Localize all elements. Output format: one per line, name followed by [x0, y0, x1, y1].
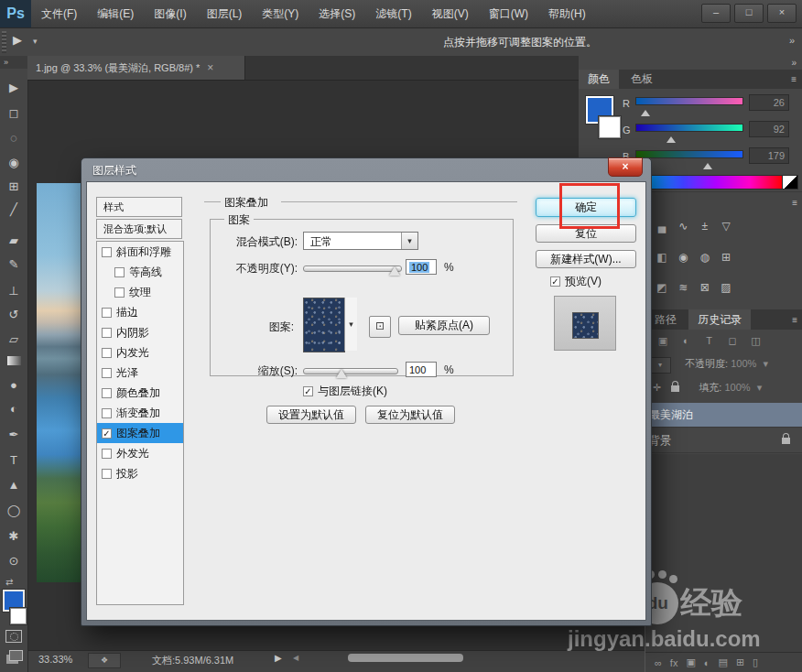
blend-mode-dropdown[interactable]: ▾	[649, 357, 671, 374]
channel-g-value[interactable]: 92	[749, 121, 789, 137]
photo-filter-adjustment-icon[interactable]: ◉	[674, 251, 692, 264]
rectangular-marquee-tool[interactable]: ◻	[0, 102, 27, 124]
style-item-contour[interactable]: 等高线	[97, 262, 183, 282]
history-panel-menu-icon[interactable]: ≡	[792, 315, 797, 325]
channel-g-slider[interactable]	[635, 124, 743, 132]
channel-b-thumb[interactable]	[703, 158, 712, 169]
link-with-layer-checkbox[interactable]: ✓	[303, 386, 313, 396]
satin-checkbox[interactable]	[102, 368, 112, 378]
tab-close-icon[interactable]: ×	[207, 61, 213, 74]
curves-adjustment-icon[interactable]: ∿	[674, 220, 692, 233]
tab-swatches[interactable]: 色板	[622, 70, 662, 89]
quick-selection-tool[interactable]: ◉	[0, 151, 27, 173]
gradient-tool[interactable]	[0, 350, 27, 372]
zoom-level[interactable]: 33.33%	[38, 654, 72, 665]
preview-row[interactable]: ✓ 预览(V)	[550, 274, 602, 289]
inner-shadow-checkbox[interactable]	[102, 328, 112, 338]
menu-edit[interactable]: 编辑(E)	[87, 0, 144, 27]
history-brush-tool[interactable]: ↺	[0, 303, 27, 325]
lasso-tool[interactable]: ◌	[0, 126, 27, 148]
menu-view[interactable]: 视图(V)	[422, 0, 479, 27]
menu-layer[interactable]: 图层(L)	[197, 0, 253, 27]
vibrance-adjustment-icon[interactable]: ▽	[717, 220, 735, 233]
type-tool[interactable]: T	[0, 449, 27, 471]
layer-row-current[interactable]: 最美湖泊	[645, 403, 802, 428]
maximize-button[interactable]: □	[734, 4, 764, 23]
status-options-icon[interactable]: ❖	[88, 653, 121, 668]
styles-header[interactable]: 样式	[96, 197, 182, 217]
pattern-swatch[interactable]	[303, 298, 345, 352]
menu-help[interactable]: 帮助(H)	[538, 0, 596, 27]
style-item-inner-shadow[interactable]: 内阴影	[97, 322, 183, 342]
stroke-checkbox[interactable]	[102, 308, 112, 318]
menu-type[interactable]: 类型(Y)	[252, 0, 309, 27]
inner-glow-checkbox[interactable]	[102, 348, 112, 358]
preview-checkbox[interactable]: ✓	[550, 276, 560, 287]
tab-color[interactable]: 颜色	[579, 70, 619, 89]
filter-pixel-layers-icon[interactable]: ▣	[653, 335, 673, 347]
tool-preset-dropdown-icon[interactable]: ▾	[33, 37, 38, 46]
link-with-layer-row[interactable]: ✓ 与图层链接(K)	[303, 384, 387, 399]
brush-tool[interactable]: ✎	[0, 253, 27, 275]
scale-input[interactable]: 100	[406, 362, 437, 377]
style-item-pattern-overlay[interactable]: ✓图案叠加	[97, 423, 183, 443]
bevel-emboss-checkbox[interactable]	[102, 247, 112, 257]
pen-tool[interactable]: ✒	[0, 423, 27, 445]
set-default-button[interactable]: 设置为默认值	[266, 406, 356, 424]
filter-adjustment-layers-icon[interactable]: ◐	[676, 335, 696, 346]
scale-slider-thumb[interactable]	[336, 363, 347, 378]
style-item-stroke[interactable]: 描边	[97, 302, 183, 322]
scale-slider[interactable]	[303, 368, 398, 374]
levels-adjustment-icon[interactable]: ▄	[653, 220, 671, 233]
options-collapse-icon[interactable]: »	[789, 35, 793, 46]
blending-options-item[interactable]: 混合选项:默认	[96, 219, 182, 239]
gradient-overlay-checkbox[interactable]	[102, 408, 112, 418]
new-style-button[interactable]: 新建样式(W)...	[536, 250, 636, 268]
menu-window[interactable]: 窗口(W)	[479, 0, 538, 27]
menu-image[interactable]: 图像(I)	[144, 0, 196, 27]
quick-mask-button[interactable]	[5, 630, 22, 643]
layer-group-icon[interactable]: ▤	[718, 656, 727, 668]
drop-shadow-checkbox[interactable]	[102, 469, 112, 479]
layer-effects-icon[interactable]: fx	[670, 657, 678, 668]
style-item-inner-glow[interactable]: 内发光	[97, 342, 183, 363]
black-white-chip[interactable]	[782, 175, 798, 190]
eraser-tool[interactable]: ▱	[0, 328, 27, 350]
color-lookup-adjustment-icon[interactable]: ⊞	[717, 251, 735, 264]
style-item-texture[interactable]: 纹理	[97, 282, 183, 302]
texture-checkbox[interactable]	[114, 287, 125, 298]
layers-fill-value[interactable]: 100%	[724, 382, 750, 393]
link-layers-icon[interactable]: ∞	[655, 657, 662, 668]
filter-smart-objects-icon[interactable]: ◫	[745, 335, 765, 347]
color-overlay-checkbox[interactable]	[102, 388, 112, 398]
opacity-dropdown-icon[interactable]: ▾	[763, 358, 768, 369]
crop-tool[interactable]: ⊞	[0, 175, 27, 197]
healing-brush-tool[interactable]: ▰	[0, 229, 27, 251]
reset-default-button[interactable]: 复位为默认值	[365, 406, 455, 424]
document-tab[interactable]: 1.jpg @ 33.3% (最美湖泊, RGB/8#) * ×	[27, 56, 245, 80]
blend-mode-select[interactable]: 正常 ▾	[303, 232, 418, 250]
zoom-tool[interactable]: ⊙	[0, 549, 27, 571]
dodge-tool[interactable]: ◐	[0, 397, 27, 419]
style-item-color-overlay[interactable]: 颜色叠加	[97, 383, 183, 403]
clone-stamp-tool[interactable]: ⊥	[0, 279, 27, 301]
layers-opacity-value[interactable]: 100%	[731, 358, 756, 369]
hand-tool[interactable]: ✱	[0, 525, 27, 547]
fill-dropdown-icon[interactable]: ▾	[757, 382, 763, 393]
menu-file[interactable]: 文件(F)	[31, 0, 87, 27]
filter-shape-layers-icon[interactable]: ◻	[722, 335, 742, 347]
channel-b-value[interactable]: 179	[749, 147, 789, 164]
new-pattern-button[interactable]: ⊡	[369, 316, 391, 338]
blur-tool[interactable]: ●	[0, 374, 27, 396]
menu-filter[interactable]: 滤镜(T)	[365, 0, 421, 27]
black-white-adjustment-icon[interactable]: ◧	[653, 251, 671, 264]
selective-color-adjustment-icon[interactable]: ▨	[717, 281, 735, 294]
pattern-picker-arrow[interactable]: ▾	[344, 298, 357, 351]
lock-all-icon[interactable]	[671, 385, 679, 392]
delete-layer-icon[interactable]: ▯	[753, 656, 758, 668]
filter-type-layers-icon[interactable]: T	[699, 335, 720, 346]
lock-position-icon[interactable]: ✛	[653, 382, 661, 393]
invert-adjustment-icon[interactable]: ◩	[653, 281, 671, 294]
ellipse-tool[interactable]: ◯	[0, 499, 27, 521]
close-button[interactable]: ×	[767, 4, 797, 23]
